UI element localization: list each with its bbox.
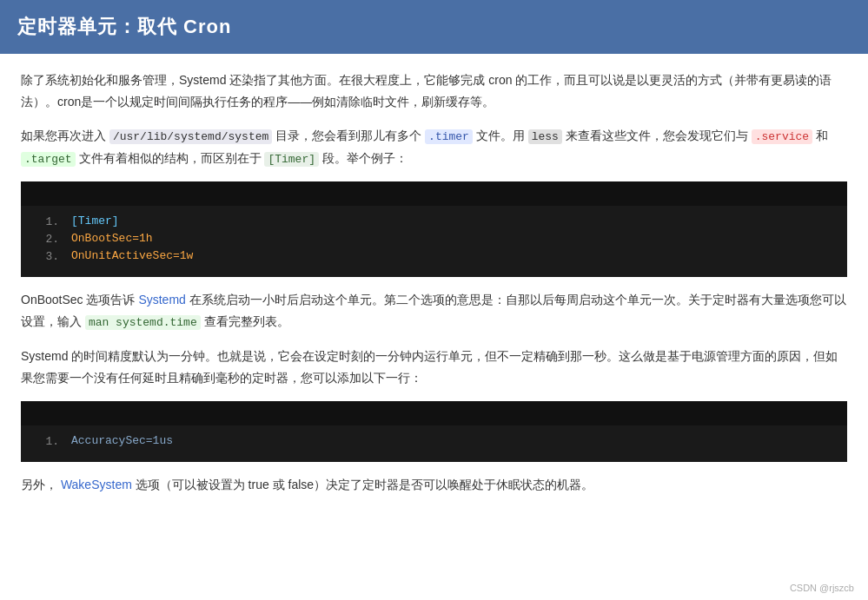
code-timer-section: [Timer] [264, 152, 319, 167]
code-service: .service [752, 129, 812, 144]
systemd-highlight: Systemd [138, 293, 185, 307]
code-timer: .timer [425, 129, 473, 144]
code-block-1-header [21, 181, 847, 206]
paragraph-2: 如果您再次进入 /usr/lib/systemd/system 目录，您会看到那… [21, 125, 847, 169]
code-target: .target [21, 152, 76, 167]
page-header: 定时器单元：取代 Cron [0, 0, 868, 54]
code-text-accuracy: AccuracySec=1us [71, 434, 173, 447]
code-line-3: 3. OnUnitActiveSec=1w [35, 249, 833, 263]
code-block-1-body: 1. [Timer] 2. OnBootSec=1h 3. OnUnitActi… [21, 206, 847, 277]
line-num-2: 2. [35, 232, 59, 246]
line-num-3: 3. [35, 249, 59, 263]
page-title: 定时器单元：取代 Cron [17, 14, 851, 40]
paragraph-3: OnBootSec 选项告诉 Systemd 在系统启动一小时后启动这个单元。第… [21, 289, 847, 333]
code-block-2-body: 1. AccuracySec=1us [21, 425, 847, 462]
line-num-1: 1. [35, 214, 59, 228]
code-text-3: OnUnitActiveSec=1w [71, 249, 193, 262]
paragraph-4: Systemd 的时间精度默认为一分钟。也就是说，它会在设定时刻的一分钟内运行单… [21, 346, 847, 389]
paragraph-5: 另外， WakeSystem 选项（可以被设置为 true 或 false）决定… [21, 474, 847, 496]
code-line-2-1: 1. AccuracySec=1us [35, 434, 833, 448]
paragraph-1: 除了系统初始化和服务管理，Systemd 还染指了其他方面。在很大程度上，它能够… [21, 69, 847, 113]
content-area: 除了系统初始化和服务管理，Systemd 还染指了其他方面。在很大程度上，它能够… [0, 54, 868, 525]
code-line-1: 1. [Timer] [35, 214, 833, 228]
code-line-2: 2. OnBootSec=1h [35, 232, 833, 246]
line-num-2-1: 1. [35, 434, 59, 448]
code-text-1: [Timer] [71, 214, 119, 227]
code-man: man systemd.time [85, 315, 201, 330]
code-block-1: 1. [Timer] 2. OnBootSec=1h 3. OnUnitActi… [21, 181, 847, 277]
code-less: less [528, 129, 562, 144]
code-block-2: 1. AccuracySec=1us [21, 401, 847, 462]
wake-system-highlight: WakeSystem [61, 478, 132, 491]
code-block-2-header [21, 401, 847, 425]
code-text-2: OnBootSec=1h [71, 232, 153, 245]
code-path: /usr/lib/systemd/system [109, 129, 272, 144]
